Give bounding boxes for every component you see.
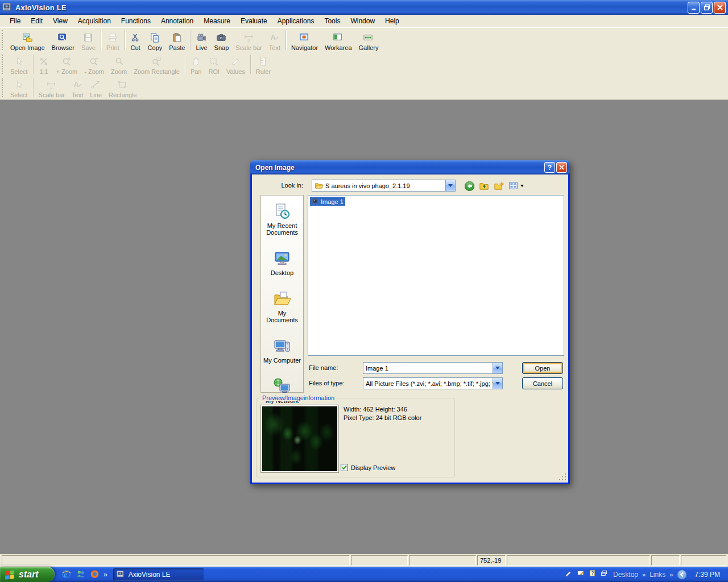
file-item-label: Image 1 — [321, 198, 344, 205]
start-button[interactable]: start — [0, 567, 55, 582]
place-my-recent-documents[interactable]: My Recent Documents — [262, 202, 303, 236]
file-list[interactable]: Image 1 — [308, 195, 564, 356]
toolbar-button-open-image[interactable]: Open Image — [7, 28, 48, 52]
roi-icon — [209, 56, 220, 67]
toolbar-button-label: Live — [196, 44, 207, 51]
look-in-value: S aureus in vivo phago_2.1.19 — [325, 182, 410, 189]
look-in-dropdown-arrow[interactable] — [445, 180, 455, 191]
files-of-type-combobox[interactable]: All Picture Files (*.zvi; *.avi; *.bmp; … — [363, 377, 503, 389]
svg-text:µ: µ — [247, 38, 250, 43]
toolbar-button-label: Ruler — [256, 68, 271, 75]
task-button-label: AxioVision LE — [129, 571, 171, 579]
display-preview-checkbox[interactable] — [341, 464, 348, 471]
views-button[interactable] — [508, 180, 524, 192]
menu-view[interactable]: View — [48, 15, 73, 27]
look-in-combobox[interactable]: S aureus in vivo phago_2.1.19 — [312, 180, 456, 192]
menu-evaluate[interactable]: Evaluate — [235, 15, 272, 27]
snap-icon — [216, 32, 227, 43]
toolbar-button-live[interactable]: Live — [192, 28, 210, 52]
toolbar-button-gallery[interactable]: Gallery — [355, 28, 382, 52]
dialog-resize-grip[interactable] — [559, 473, 566, 481]
menu-file[interactable]: File — [5, 15, 26, 27]
tray-tablet-display-icon[interactable] — [577, 569, 585, 580]
minimize-button[interactable] — [688, 2, 700, 14]
dialog-titlebar[interactable]: Open Image ? — [250, 160, 570, 174]
copy-icon — [150, 32, 160, 43]
dialog-close-button[interactable] — [556, 162, 567, 173]
hide-tray-icons-button[interactable] — [677, 569, 687, 580]
window-restore-icon — [601, 569, 609, 578]
new-folder-button[interactable] — [493, 180, 505, 192]
status-bar: 752,-19 — [0, 554, 728, 567]
menu-help[interactable]: Help — [380, 15, 404, 27]
image-file-icon — [312, 198, 319, 205]
toolbar-button-navigator[interactable]: Navigator — [288, 28, 321, 52]
links-overflow-chevron[interactable]: » — [669, 571, 673, 578]
one-to-one-icon — [39, 56, 49, 67]
menu-functions[interactable]: Functions — [116, 15, 156, 27]
back-button[interactable] — [464, 180, 475, 192]
toolbar-button-copy[interactable]: Copy — [144, 28, 166, 52]
menu-tools[interactable]: Tools — [319, 15, 345, 27]
dialog-help-button[interactable]: ? — [544, 162, 555, 173]
toolbar-separator — [33, 55, 34, 74]
taskbar-toolbar-links[interactable]: Links — [650, 571, 665, 579]
quick-launch-firefox[interactable] — [90, 569, 100, 580]
pan-icon — [191, 56, 201, 67]
tray-window-restore-icon[interactable] — [601, 569, 609, 580]
menu-edit[interactable]: Edit — [26, 15, 48, 27]
file-name-dropdown-arrow[interactable] — [493, 363, 502, 373]
place-label: Desktop — [271, 269, 293, 276]
place-desktop[interactable]: Desktop — [262, 250, 303, 276]
files-of-type-dropdown-arrow[interactable] — [493, 378, 502, 389]
toolbar-button-browser[interactable]: Browser — [48, 28, 78, 52]
toolbar-button-cut[interactable]: Cut — [127, 28, 144, 52]
tray-help-icon[interactable]: ? — [589, 569, 597, 580]
place-label: My Recent Documents — [262, 222, 303, 236]
menu-measure[interactable]: Measure — [198, 15, 235, 27]
toolbar-separator — [185, 55, 185, 74]
toolbar-button-label: Scale bar — [235, 44, 262, 51]
menu-applications[interactable]: Applications — [272, 15, 320, 27]
close-button[interactable] — [714, 2, 726, 14]
menu-acquisition[interactable]: Acquisition — [73, 15, 116, 27]
menu-annotation[interactable]: Annotation — [156, 15, 198, 27]
select-icon — [14, 56, 24, 67]
gallery-icon — [363, 32, 374, 43]
file-name-label: File name: — [309, 364, 338, 371]
menu-window[interactable]: Window — [345, 15, 380, 27]
place-my-documents[interactable]: My Documents — [262, 290, 303, 323]
quick-launch-messenger[interactable] — [76, 569, 86, 580]
text-icon: A — [269, 32, 280, 43]
restore-button[interactable] — [701, 2, 713, 14]
toolbar-button-paste[interactable]: Paste — [166, 28, 188, 52]
file-name-combobox[interactable]: Image 1 — [363, 362, 503, 374]
desktop-overflow-chevron[interactable]: » — [642, 571, 646, 578]
toolbar-button-print: Print — [103, 28, 123, 52]
tray-pen-icon[interactable] — [565, 569, 573, 580]
scale-bar-icon: µ — [46, 80, 57, 90]
toolbar-main: Open ImageBrowserSavePrintCutCopyPasteLi… — [0, 27, 728, 52]
up-folder-button[interactable] — [478, 180, 490, 192]
dialog-title: Open Image — [255, 164, 295, 172]
taskbar-toolbar-desktop[interactable]: Desktop — [613, 571, 638, 579]
place-my-computer[interactable]: My Computer — [262, 337, 303, 364]
taskbar-task-button[interactable]: AxioVision LE — [113, 568, 204, 581]
toolbar-button-snap[interactable]: Snap — [211, 28, 233, 52]
toolbar-button-workarea[interactable]: Workarea — [321, 28, 355, 52]
recent-documents-icon — [273, 202, 291, 221]
toolbar-grip[interactable] — [2, 30, 5, 50]
file-item[interactable]: Image 1 — [310, 197, 345, 206]
browser-icon — [57, 32, 68, 43]
toolbar-grip[interactable] — [2, 55, 5, 74]
toolbar-button-select: Select — [7, 52, 31, 76]
navigator-icon — [299, 32, 310, 43]
toolbar-button-label: 1:1 — [39, 68, 48, 75]
cancel-button[interactable]: Cancel — [522, 377, 563, 389]
quick-launch-internet-explorer[interactable]: e — [61, 569, 72, 580]
toolbar-button-text: AText — [68, 76, 86, 99]
toolbar-grip[interactable] — [2, 78, 5, 97]
toolbar-button-label: Select — [10, 92, 28, 98]
quick-launch-overflow-chevron[interactable]: » — [104, 571, 107, 579]
open-button[interactable]: Open — [522, 362, 563, 374]
